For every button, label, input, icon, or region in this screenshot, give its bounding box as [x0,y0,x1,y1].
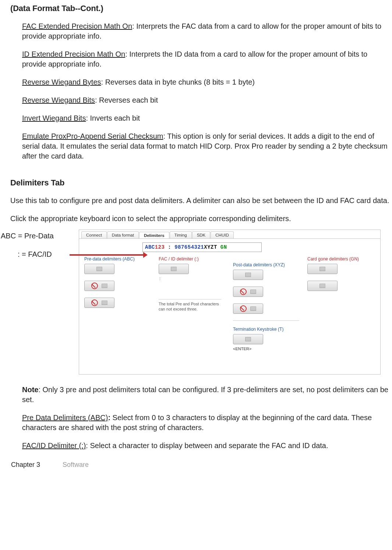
def-facid-delim: FAC/ID Delimiter (:): Select a character… [22,441,392,451]
def-rev-bits: Reverse Wiegand Bits: Reverses each bit [22,95,392,105]
gone-keyboard-button-1[interactable] [307,264,338,274]
keyboard-icon [171,267,177,271]
def-pre-data-delim: Pre Data Delimiters (ABC): Select from 0… [22,413,392,433]
pre-keyboard-button-2[interactable] [84,281,114,291]
dialog-tabbar: Connect Data format Delimiters Timing SD… [79,230,380,238]
pre-keyboard-button-1[interactable] [84,264,114,274]
facid-keyboard-button[interactable] [159,264,189,274]
pre-keyboard-button-3[interactable] [84,298,114,308]
tab-connect[interactable]: Connect [81,231,107,238]
tab-delimiters[interactable]: Delimiters [139,232,169,239]
keyboard-icon [245,337,251,341]
def-inv-bits: Invert Wiegand Bits: Inverts each bit [22,113,392,123]
heading-data-format-cont: (Data Format Tab--Cont.) [10,4,392,13]
label-pre-data: Pre-data delimiters (ABC) [84,256,151,262]
delimiters-dialog: Connect Data format Delimiters Timing SD… [79,230,381,375]
footer-section: Software [63,461,89,468]
callout-pre-data: ABC = Pre-Data [1,232,54,240]
page-footer: Chapter 3 Software [11,461,392,469]
footer-chapter: Chapter 3 [11,461,40,468]
group-card-gone: Card gone delimiters (GN) [307,256,374,351]
label-facid: FAC / ID delimiter (:) [159,256,225,262]
termination-keyboard-button[interactable] [233,334,263,344]
post-keyboard-button-2[interactable] [233,287,263,297]
gone-keyboard-button-2[interactable] [307,281,338,291]
post-keyboard-button-1[interactable] [233,270,263,280]
label-card-gone: Card gone delimiters (GN) [307,256,374,262]
keyboard-icon [250,306,256,311]
tab-chuid[interactable]: CHUID [211,231,233,238]
keyboard-icon [102,301,107,305]
example-output-field: ABC123 : 987654321XYZT GN [142,242,262,252]
def-id-ext: ID Extended Precision Math On: Interpret… [22,49,392,69]
group-post-data: Post-data delimiters (XYZ) Termination K… [233,256,299,351]
keyboard-icon [245,273,251,277]
keyboard-icon [319,267,325,271]
group-pre-data: Pre-data delimiters (ABC) [84,256,151,351]
tab-timing[interactable]: Timing [170,231,192,238]
post-keyboard-button-3[interactable] [233,304,263,314]
keyboard-icon [319,284,325,288]
termination-value: <ENTER> [233,347,299,351]
def-fac-ext: FAC Extended Precision Math On: Interpre… [22,21,392,41]
tab-sdk[interactable]: SDK [192,231,211,238]
delimiters-figure: ABC = Pre-Data : = FAC/ID Connect Data f… [10,230,392,376]
def-rev-bytes: Reverse Wiegand Bytes: Reverses data in … [22,77,392,87]
def-emu: Emulate ProxPro-Append Serial Checksum: … [22,131,392,161]
delim-intro-2: Click the appropriate keyboard icon to s… [10,214,392,224]
delim-intro-1: Use this tab to configure pre and post d… [10,196,392,206]
tab-data-format[interactable]: Data format [107,231,139,238]
keyboard-icon [250,290,256,294]
group-facid: FAC / ID delimiter (:) : The total Pre a… [159,256,225,351]
callout-facid: : = FAC/ID [18,250,52,259]
keyboard-icon [96,267,102,271]
facid-note: The total Pre and Post characters can no… [159,299,221,312]
keyboard-icon [102,284,107,288]
label-post-data: Post-data delimiters (XYZ) [233,262,299,267]
label-termination: Termination Keystroke (T) [233,327,299,332]
facid-current-char: : [159,276,225,281]
heading-delimiters-tab: Delimiters Tab [10,178,392,188]
pointer-arrow-icon [70,254,143,256]
note-paragraph: Note: Only 3 pre and post delimiters tot… [22,385,392,405]
